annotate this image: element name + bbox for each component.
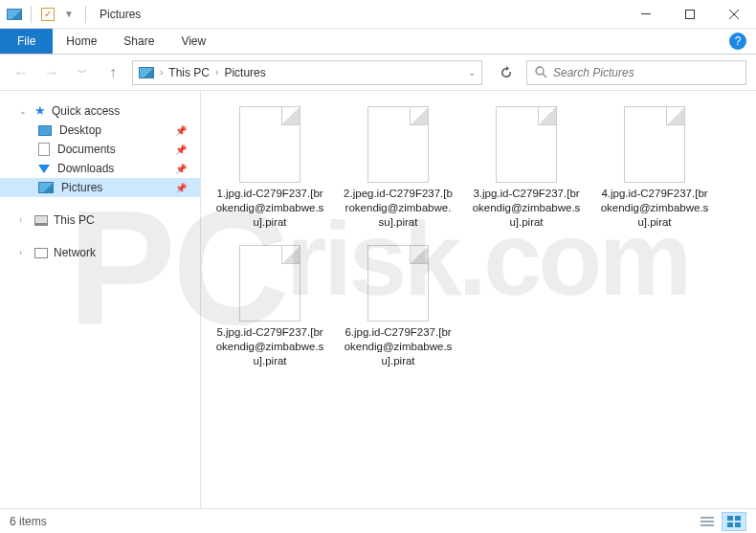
view-switcher <box>695 512 746 531</box>
pic-icon <box>38 182 54 193</box>
file-item[interactable]: 5.jpg.id-C279F237.[brokendig@zimbabwe.su… <box>212 239 327 374</box>
file-name: 1.jpg.id-C279F237.[brokendig@zimbabwe.su… <box>214 187 325 230</box>
down-icon <box>38 165 50 173</box>
chevron-down-icon[interactable]: ⌄ <box>468 67 476 78</box>
svg-rect-10 <box>735 516 741 521</box>
breadcrumb[interactable]: › This PC › Pictures ⌄ <box>132 60 482 85</box>
file-icon <box>367 106 429 183</box>
close-button[interactable] <box>712 0 756 29</box>
sidebar-item-label: Network <box>54 246 96 259</box>
tab-share[interactable]: Share <box>110 29 167 54</box>
file-area[interactable]: 1.jpg.id-C279F237.[brokendig@zimbabwe.su… <box>201 91 756 508</box>
svg-rect-11 <box>727 522 733 527</box>
file-icon <box>367 245 429 322</box>
svg-rect-1 <box>686 10 695 18</box>
app-icon <box>6 6 23 23</box>
file-grid: 1.jpg.id-C279F237.[brokendig@zimbabwe.su… <box>212 100 745 374</box>
details-view-button[interactable] <box>695 512 720 531</box>
sidebar-item-label: Documents <box>57 143 116 156</box>
star-icon: ★ <box>34 103 46 118</box>
sidebar-item-label: Downloads <box>57 162 114 175</box>
network-icon <box>34 248 48 258</box>
icons-view-button[interactable] <box>722 512 746 531</box>
file-item[interactable]: 2.jpeg.id-C279F237.[brokendig@zimbabwe.s… <box>341 100 456 235</box>
sidebar-item-network[interactable]: › Network <box>0 243 200 262</box>
properties-icon[interactable]: ✓ <box>39 6 56 23</box>
qat-dropdown-icon[interactable]: ▼ <box>60 6 78 23</box>
window-controls <box>624 0 756 29</box>
sidebar-item-label: Desktop <box>59 123 101 137</box>
search-input[interactable] <box>553 66 738 79</box>
file-item[interactable]: 6.jpg.id-C279F237.[brokendig@zimbabwe.su… <box>341 239 456 374</box>
statusbar: 6 items <box>0 508 756 533</box>
titlebar: ✓ ▼ Pictures <box>0 0 756 29</box>
file-icon <box>496 106 557 183</box>
svg-rect-9 <box>727 516 733 521</box>
sidebar-item-documents[interactable]: Documents📌 <box>0 140 200 159</box>
svg-line-5 <box>543 74 546 78</box>
svg-point-4 <box>536 67 544 75</box>
tab-view[interactable]: View <box>167 29 219 54</box>
refresh-button[interactable] <box>494 60 519 85</box>
file-name: 6.jpg.id-C279F237.[brokendig@zimbabwe.su… <box>343 325 454 368</box>
separator <box>31 6 32 23</box>
file-item[interactable]: 3.jpg.id-C279F237.[brokendig@zimbabwe.su… <box>469 100 584 235</box>
sidebar-item-quick-access[interactable]: ⌄ ★ Quick access <box>0 100 200 121</box>
window-title: Pictures <box>100 8 141 21</box>
breadcrumb-part[interactable]: This PC <box>168 66 210 79</box>
file-item[interactable]: 4.jpg.id-C279F237.[brokendig@zimbabwe.su… <box>597 100 712 235</box>
sidebar-item-downloads[interactable]: Downloads📌 <box>0 159 200 178</box>
item-count: 6 items <box>10 515 47 528</box>
pin-icon: 📌 <box>175 183 187 193</box>
help-icon[interactable]: ? <box>729 33 746 50</box>
search-box[interactable] <box>526 60 746 85</box>
minimize-button[interactable] <box>624 0 668 29</box>
breadcrumb-part[interactable]: Pictures <box>224 66 265 79</box>
up-button[interactable]: ↑ <box>101 61 124 84</box>
file-name: 4.jpg.id-C279F237.[brokendig@zimbabwe.su… <box>599 187 710 230</box>
file-icon <box>624 106 685 183</box>
file-name: 3.jpg.id-C279F237.[brokendig@zimbabwe.su… <box>471 187 582 230</box>
chevron-right-icon: › <box>19 248 29 257</box>
svg-rect-7 <box>700 521 714 522</box>
sidebar-item-label: This PC <box>54 213 95 227</box>
quick-access-group: ⌄ ★ Quick access Desktop📌Documents📌Downl… <box>0 100 200 197</box>
sidebar-item-pictures[interactable]: Pictures📌 <box>0 178 200 197</box>
network-group: › Network <box>0 243 200 262</box>
location-icon <box>139 67 154 78</box>
pin-icon: 📌 <box>175 125 187 136</box>
this-pc-group: › This PC <box>0 211 200 230</box>
pin-icon: 📌 <box>175 164 187 174</box>
sidebar: ⌄ ★ Quick access Desktop📌Documents📌Downl… <box>0 91 201 508</box>
main-area: ⌄ ★ Quick access Desktop📌Documents📌Downl… <box>0 91 756 508</box>
forward-button[interactable]: → <box>40 61 63 84</box>
tab-home[interactable]: Home <box>53 29 110 54</box>
back-button[interactable]: ← <box>10 61 33 84</box>
history-dropdown-icon[interactable]: ﹀ <box>71 61 94 84</box>
chevron-right-icon[interactable]: › <box>215 67 218 78</box>
svg-rect-0 <box>641 13 651 14</box>
sidebar-item-desktop[interactable]: Desktop📌 <box>0 121 200 140</box>
maximize-button[interactable] <box>668 0 712 29</box>
sidebar-item-label: Pictures <box>61 181 102 194</box>
ribbon: File Home Share View ? <box>0 29 756 55</box>
separator <box>85 6 86 23</box>
file-icon <box>239 106 300 183</box>
chevron-right-icon[interactable]: › <box>160 67 163 78</box>
quick-access-toolbar: ✓ ▼ Pictures <box>0 6 141 23</box>
doc-icon <box>38 143 50 156</box>
pin-icon: 📌 <box>175 144 187 155</box>
desktop-icon <box>38 125 52 136</box>
file-item[interactable]: 1.jpg.id-C279F237.[brokendig@zimbabwe.su… <box>212 100 327 235</box>
svg-rect-12 <box>735 522 741 527</box>
computer-icon <box>34 215 48 226</box>
sidebar-item-label: Quick access <box>52 104 120 118</box>
search-icon <box>535 66 547 78</box>
navigation-bar: ← → ﹀ ↑ › This PC › Pictures ⌄ <box>0 55 756 91</box>
chevron-down-icon: ⌄ <box>19 106 29 116</box>
file-icon <box>239 245 300 322</box>
svg-rect-6 <box>700 517 714 519</box>
sidebar-item-this-pc[interactable]: › This PC <box>0 211 200 230</box>
file-tab[interactable]: File <box>0 29 53 54</box>
chevron-right-icon: › <box>19 215 29 225</box>
